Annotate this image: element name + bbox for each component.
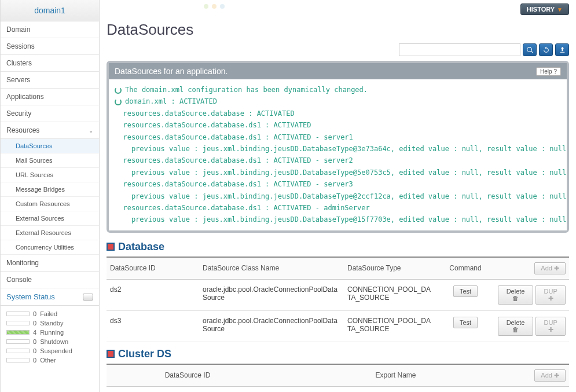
col-datasource-id: DataSource ID [107, 364, 269, 387]
nav-security[interactable]: Security [1, 105, 99, 122]
page-title: DataSources [107, 21, 569, 39]
plus-icon: ✚ [548, 326, 553, 333]
subnav-concurrency-utilities[interactable]: Concurrency Utilities [1, 240, 99, 255]
plus-icon: ✚ [554, 372, 559, 379]
plus-icon: ✚ [554, 265, 559, 272]
database-table: DataSource ID DataSource Class Name Data… [107, 257, 569, 342]
sidebar: domain1 Domain Sessions Clusters Servers… [0, 0, 100, 392]
subnav-external-sources[interactable]: External Sources [1, 211, 99, 226]
change-icon [115, 98, 122, 105]
cluster-empty-message: There are no results. [107, 387, 569, 392]
help-icon: ? [553, 68, 557, 75]
change-icon [115, 87, 122, 94]
resources-subnav: DataSources Mail Sources URL Sources Mes… [1, 139, 99, 255]
nav-resources[interactable]: Resources⌄ [1, 122, 99, 139]
table-row: ds3 oracle.jdbc.pool.OracleConnectionPoo… [107, 310, 569, 342]
database-section-title: Database [107, 241, 569, 253]
nav-monitoring[interactable]: Monitoring [1, 255, 99, 272]
domain-title[interactable]: domain1 [1, 0, 99, 21]
search-button[interactable] [523, 43, 537, 56]
cluster-section-title: Cluster DS [107, 348, 569, 360]
decorative-dots [204, 2, 228, 10]
dup-button[interactable]: DUP ✚ [535, 285, 566, 305]
add-database-button[interactable]: Add ✚ [534, 262, 566, 274]
refresh-button[interactable] [539, 43, 553, 56]
cluster-table: DataSource ID Export Name Add ✚ [107, 364, 569, 387]
status-other: 0Other [6, 356, 93, 365]
history-button[interactable]: HISTORY ▼ [520, 3, 569, 15]
export-icon [559, 46, 566, 54]
refresh-icon [542, 46, 550, 54]
trash-icon: 🗑 [512, 295, 519, 302]
status-running: 4Running [6, 328, 93, 337]
widget-icon[interactable] [83, 294, 93, 301]
nav-console[interactable]: Console [1, 272, 99, 288]
table-row: ds2 oracle.jdbc.pool.OracleConnectionPoo… [107, 279, 569, 310]
delete-button[interactable]: Delete 🗑 [498, 317, 533, 336]
col-type: DataSource Type [344, 257, 436, 280]
export-button[interactable] [555, 43, 569, 56]
main-content: HISTORY ▼ DataSources DataSources for an… [100, 0, 576, 392]
nav-sessions[interactable]: Sessions [1, 38, 99, 55]
subnav-url-sources[interactable]: URL Sources [1, 168, 99, 182]
panel-body: The domain.xml configuration has been dy… [109, 79, 567, 230]
status-standby: 0Standby [6, 318, 93, 328]
subnav-custom-resources[interactable]: Custom Resources [1, 197, 99, 211]
system-status-header: System Status [1, 288, 99, 306]
nav-clusters[interactable]: Clusters [1, 55, 99, 72]
nav-servers[interactable]: Servers [1, 72, 99, 89]
nav-domain[interactable]: Domain [1, 21, 99, 38]
subnav-datasources[interactable]: DataSources [1, 139, 99, 153]
col-export-name: Export Name [269, 364, 523, 387]
delete-button[interactable]: Delete 🗑 [498, 285, 533, 305]
search-icon [526, 46, 534, 54]
subnav-mail-sources[interactable]: Mail Sources [1, 153, 99, 168]
nav-applications[interactable]: Applications [1, 89, 99, 105]
plus-icon: ✚ [548, 295, 553, 302]
section-icon [107, 243, 115, 251]
chevron-down-icon: ⌄ [89, 127, 93, 134]
test-button[interactable]: Test [453, 317, 478, 328]
status-suspended: 0Suspended [6, 346, 93, 356]
chevron-down-icon: ▼ [557, 6, 563, 13]
col-command: Command [436, 257, 494, 280]
status-shutdown: 0Shutdown [6, 337, 93, 346]
info-panel: DataSources for an application. Help ? T… [107, 61, 569, 233]
col-class-name: DataSource Class Name [199, 257, 344, 280]
subnav-message-bridges[interactable]: Message Bridges [1, 182, 99, 197]
system-status-box: 0Failed 0Standby 4Running 0Shutdown 0Sus… [1, 306, 99, 368]
trash-icon: 🗑 [512, 326, 519, 333]
help-button[interactable]: Help ? [536, 67, 561, 76]
add-cluster-button[interactable]: Add ✚ [534, 369, 566, 382]
subnav-external-resources[interactable]: External Resources [1, 226, 99, 240]
panel-header: DataSources for an application. Help ? [109, 63, 567, 79]
dup-button[interactable]: DUP ✚ [535, 317, 566, 336]
col-datasource-id: DataSource ID [107, 257, 199, 280]
section-icon [107, 350, 115, 358]
status-failed: 0Failed [6, 309, 93, 318]
test-button[interactable]: Test [453, 285, 478, 297]
search-input[interactable] [399, 43, 520, 56]
